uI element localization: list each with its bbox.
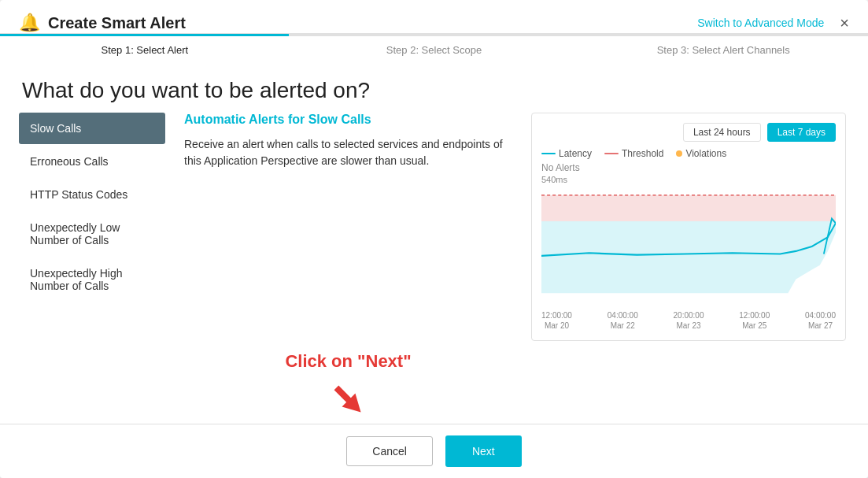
step-1: Step 1: Select Alert (0, 36, 290, 62)
bell-icon: 🔔 (19, 13, 40, 33)
sidebar-item-low-calls[interactable]: Unexpectedly Low Number of Calls (19, 212, 165, 256)
next-button[interactable]: Next (445, 435, 522, 467)
alert-description: Receive an alert when calls to selected … (184, 136, 512, 169)
center-panel: Automatic Alerts for Slow Calls Receive … (165, 113, 531, 424)
modal-footer: Cancel Next (0, 424, 868, 478)
main-content: Slow Calls Erroneous Calls HTTP Status C… (0, 113, 868, 424)
modal-title: Create Smart Alert (48, 14, 186, 32)
legend-violations: Violations (676, 148, 726, 159)
sidebar: Slow Calls Erroneous Calls HTTP Status C… (0, 113, 165, 424)
modal: 🔔 Create Smart Alert Switch to Advanced … (0, 0, 868, 478)
chart-btn-24h[interactable]: Last 24 hours (683, 123, 761, 142)
header-right: Switch to Advanced Mode × (697, 15, 849, 31)
steps-bar: Step 1: Select Alert Step 2: Select Scop… (0, 36, 868, 62)
step-3: Step 3: Select Alert Channels (578, 36, 868, 62)
legend-threshold: Threshold (604, 148, 663, 159)
chart-svg (541, 186, 836, 307)
chart-area (541, 186, 836, 307)
svg-rect-1 (541, 195, 836, 221)
threshold-line (604, 153, 619, 154)
legend-latency: Latency (541, 148, 592, 159)
sidebar-item-http-status[interactable]: HTTP Status Codes (19, 179, 165, 210)
sidebar-item-slow-calls[interactable]: Slow Calls (19, 113, 165, 144)
title-row: 🔔 Create Smart Alert (19, 13, 186, 33)
arrow-annotation (184, 376, 512, 424)
step-2: Step 2: Select Scope (290, 36, 579, 62)
cancel-button[interactable]: Cancel (346, 436, 433, 466)
svg-marker-0 (329, 381, 367, 419)
x-label-1: 04:00:00 Mar 22 (608, 310, 638, 331)
alert-title: Automatic Alerts for Slow Calls (184, 113, 512, 127)
sidebar-item-erroneous-calls[interactable]: Erroneous Calls (19, 146, 165, 177)
x-label-2: 20:00:00 Mar 23 (674, 310, 704, 331)
modal-header: 🔔 Create Smart Alert Switch to Advanced … (0, 0, 868, 34)
chart-y-label: 540ms (541, 175, 836, 184)
close-button[interactable]: × (840, 15, 849, 31)
x-label-3: 12:00:00 Mar 25 (739, 310, 770, 331)
chart-legend: Latency Threshold Violations (541, 148, 836, 159)
sidebar-item-high-calls[interactable]: Unexpectedly High Number of Calls (19, 258, 165, 302)
page-title: What do you want to be alerted on? (0, 62, 868, 113)
arrow-icon (325, 376, 372, 424)
chart-controls: Last 24 hours Last 7 days (541, 123, 836, 142)
x-label-0: 12:00:00 Mar 20 (541, 310, 572, 331)
x-label-4: 04:00:00 Mar 27 (805, 310, 836, 331)
chart-x-labels: 12:00:00 Mar 20 04:00:00 Mar 22 20:00:00… (541, 310, 836, 331)
violations-dot (676, 150, 682, 157)
chart-btn-7d[interactable]: Last 7 days (767, 123, 836, 142)
switch-advanced-link[interactable]: Switch to Advanced Mode (697, 17, 824, 29)
chart-no-alerts: No Alerts (541, 162, 836, 173)
chart-panel: Last 24 hours Last 7 days Latency Thresh… (531, 113, 846, 341)
latency-line (541, 153, 556, 154)
click-next-annotation: Click on "Next" (184, 304, 512, 372)
